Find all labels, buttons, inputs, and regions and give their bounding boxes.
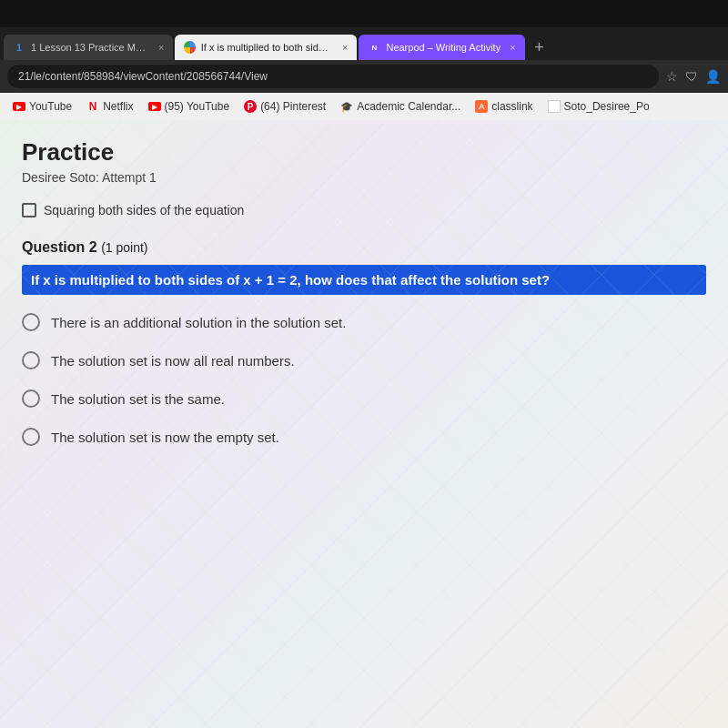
tab-bar: 1 1 Lesson 13 Practice MTH207 × If x is …	[0, 27, 728, 60]
bookmark-classlink-label: classlink	[491, 100, 532, 113]
radio-4[interactable]	[22, 428, 40, 446]
tab3-close[interactable]: ×	[510, 42, 515, 53]
tab-google-active[interactable]: If x is multiplied to both sides of ... …	[175, 35, 357, 60]
answer-3-text: The solution set is the same.	[51, 391, 225, 407]
bookmarks-bar: ▶ YouTube N Netflix ▶ (95) YouTube P (64…	[0, 93, 728, 120]
radio-1[interactable]	[22, 313, 40, 331]
answer-option-4[interactable]: The solution set is now the empty set.	[22, 428, 706, 446]
bookmark-pinterest-label: (64) Pinterest	[260, 100, 326, 113]
answer-option-1[interactable]: There is an additional solution in the s…	[22, 313, 706, 331]
top-bar	[0, 0, 728, 27]
soto-favicon	[548, 100, 561, 113]
shield-icon[interactable]: 🛡	[685, 69, 698, 84]
question2-label: Question 2 (1 point)	[22, 239, 706, 256]
bookmark-youtube2[interactable]: ▶ (95) YouTube	[143, 98, 236, 115]
page-content: Practice Desiree Soto: Attempt 1 Squarin…	[0, 120, 728, 728]
bookmark-academic-label: Academic Calendar...	[357, 100, 460, 113]
address-bar-row: 21/le/content/858984/viewContent/2085667…	[0, 60, 728, 93]
answer-2-text: The solution set is now all real numbers…	[51, 353, 295, 369]
address-bar[interactable]: 21/le/content/858984/viewContent/2085667…	[7, 65, 659, 88]
tab1-close[interactable]: ×	[158, 42, 164, 53]
previous-answer-row: Squaring both sides of the equation	[22, 203, 706, 217]
tab1-label: 1 Lesson 13 Practice MTH207	[31, 42, 149, 53]
person-icon[interactable]: 👤	[705, 69, 721, 84]
bookmark-academic[interactable]: 🎓 Academic Calendar...	[335, 98, 466, 115]
bookmark-youtube-label: YouTube	[29, 100, 72, 113]
tab3-label: Nearpod – Writing Activity	[386, 42, 500, 53]
tab1-favicon: 1	[13, 41, 25, 54]
address-url: 21/le/content/858984/viewContent/2085667…	[18, 70, 268, 83]
answer-option-2[interactable]: The solution set is now all real numbers…	[22, 351, 706, 369]
answer-1-text: There is an additional solution in the s…	[51, 315, 346, 330]
youtube-favicon: ▶	[13, 102, 25, 111]
bookmark-youtube[interactable]: ▶ YouTube	[7, 98, 77, 115]
bookmark-netflix[interactable]: N Netflix	[81, 98, 138, 115]
tab2-favicon	[184, 41, 195, 54]
bookmark-pinterest[interactable]: P (64) Pinterest	[238, 98, 331, 115]
bookmark-classlink[interactable]: A classlink	[470, 98, 538, 115]
bookmark-soto-label: Soto_Desiree_Po	[564, 100, 650, 113]
radio-3[interactable]	[22, 389, 40, 408]
classlink-favicon: A	[475, 100, 488, 113]
address-icons: ☆ 🛡 👤	[666, 69, 721, 84]
checkbox-icon	[22, 203, 36, 217]
tab2-close[interactable]: ×	[342, 42, 348, 53]
tab-lesson13[interactable]: 1 1 Lesson 13 Practice MTH207 ×	[4, 35, 173, 60]
new-tab-button[interactable]: +	[527, 35, 552, 60]
answer-option-3[interactable]: The solution set is the same.	[22, 389, 706, 408]
pinterest-favicon: P	[244, 100, 257, 113]
question2-number: Question 2	[22, 239, 97, 255]
previous-answer-text: Squaring both sides of the equation	[44, 203, 244, 217]
netflix-favicon: N	[86, 100, 99, 113]
youtube2-favicon: ▶	[148, 102, 161, 111]
answer-4-text: The solution set is now the empty set.	[51, 430, 279, 445]
question2-text: If x is multiplied to both sides of x + …	[22, 265, 706, 295]
page-subtitle: Desiree Soto: Attempt 1	[22, 170, 706, 185]
star-icon[interactable]: ☆	[666, 69, 678, 84]
tab-nearpod[interactable]: N Nearpod – Writing Activity ×	[359, 35, 524, 60]
bookmark-soto[interactable]: Soto_Desiree_Po	[542, 98, 655, 115]
tab3-favicon: N	[368, 41, 380, 54]
tab2-label: If x is multiplied to both sides of ...	[201, 42, 333, 53]
page-title: Practice	[22, 138, 706, 167]
bookmark-netflix-label: Netflix	[103, 100, 133, 113]
academic-favicon: 🎓	[340, 100, 353, 113]
bookmark-youtube2-label: (95) YouTube	[165, 100, 230, 113]
question2-points: (1 point)	[101, 240, 147, 255]
radio-2[interactable]	[22, 351, 40, 369]
